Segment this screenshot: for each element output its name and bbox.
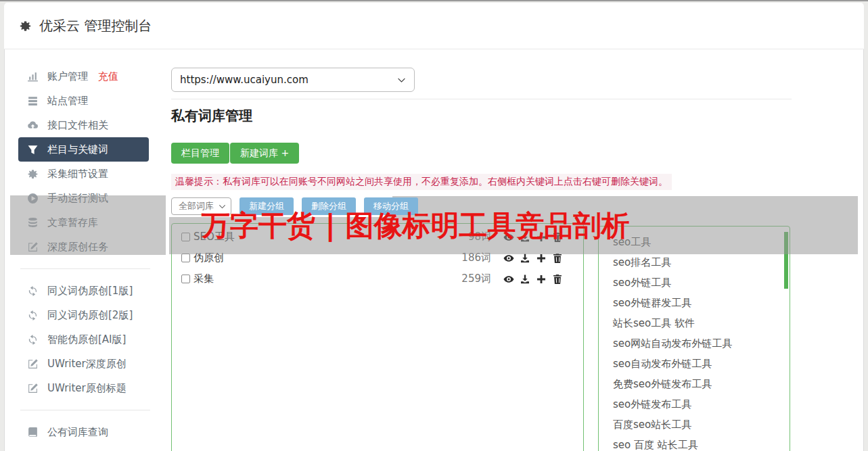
sidebar-item-label: 账户管理 [47,70,88,83]
keyword-item[interactable]: 免费seo外链发布工具 [613,374,790,394]
keyword-list: seo工具 seo排名工具 seo外链工具 seo外链群发工具 站长seo工具 … [613,232,790,451]
sidebar: 账户管理 充值 站点管理 接口文件相关 栏目与关键词 采集细节设置 手动运行测试… [4,64,164,451]
keyword-item[interactable]: seo外链群发工具 [613,293,790,313]
sidebar-item-synonym-v1[interactable]: 同义词伪原创[1版] [4,279,164,303]
sync-icon [27,334,39,346]
app-header: 优采云 管理控制台 [4,3,864,49]
server-icon [27,95,39,107]
keyword-item[interactable]: seo外链发布工具 [613,394,790,414]
keyword-item[interactable]: seo 百度 站长工具 [613,435,790,451]
sidebar-item-label: 公有词库查询 [47,426,108,439]
new-lexicon-button[interactable]: 新建词库 + [230,143,299,164]
site-select-value: https://www.ucaiyun.com [180,74,309,86]
chart-bar-icon [27,71,39,82]
sidebar-item-label: UWriter原创标题 [47,382,127,395]
column-manage-button[interactable]: 栏目管理 [171,143,229,164]
sidebar-item-uwriter-deep[interactable]: UWriter深度原创 [4,352,164,376]
lexicon-name: 采集 [193,272,214,285]
sidebar-divider [20,268,150,269]
watermark-overlay [10,195,166,255]
sidebar-item-public-lexicon[interactable]: 公有词库查询 [4,420,164,444]
sidebar-item-label: 同义词伪原创[1版] [47,285,133,298]
row-checkbox[interactable] [181,275,190,283]
sidebar-item-collect-settings[interactable]: 采集细节设置 [4,162,164,186]
sidebar-item-label: 站点管理 [47,95,88,108]
window-top-edge [0,0,868,1]
book-icon [27,427,39,438]
page-title: 私有词库管理 [171,107,252,125]
add-icon[interactable] [536,274,547,285]
sidebar-item-account[interactable]: 账户管理 充值 [4,64,164,89]
sync-icon [27,310,39,321]
notice-text: 温馨提示：私有词库可以在同账号不同网站之间共享使用，不必重复添加。右侧框内关键词… [171,174,672,190]
keyword-item[interactable]: 百度seo站长工具 [613,414,790,435]
watermark-text: 万字干货 | 图像标明工具竞品剖析 [202,210,662,241]
trash-icon[interactable] [552,274,563,285]
keyword-item[interactable]: seo排名工具 [613,252,790,272]
site-select[interactable]: https://www.ucaiyun.com [171,68,415,92]
sidebar-item-content-detect[interactable]: 正文识别演示 [4,444,164,451]
download-icon[interactable] [520,274,530,285]
sidebar-divider [20,410,150,410]
chevron-down-icon [397,76,406,85]
edit-icon [27,383,39,394]
sidebar-item-label: 接口文件相关 [47,119,108,132]
sidebar-item-label: 采集细节设置 [47,168,108,181]
sidebar-item-label: 同义词伪原创[2版] [47,309,133,322]
view-icon[interactable] [503,274,514,285]
keyword-item[interactable]: seo自动发布外链工具 [613,354,790,374]
sidebar-item-ai-rewrite[interactable]: 智能伪原创[AI版] [4,327,164,352]
divider [171,99,792,99]
sidebar-item-uwriter-title[interactable]: UWriter原创标题 [4,376,164,400]
recharge-link[interactable]: 充值 [98,70,118,83]
lexicon-count: 259词 [461,272,491,285]
keyword-panel: seo工具 seo排名工具 seo外链工具 seo外链群发工具 站长seo工具 … [598,226,790,451]
keyword-item[interactable]: seo网站自动发布外链工具 [613,333,790,354]
row-checkbox[interactable] [181,254,190,262]
lexicon-panel: SEO工具 98词 伪原创 186词 采集 259词 [171,223,584,451]
sidebar-item-label: 栏目与关键词 [47,143,108,156]
keyword-item[interactable]: 站长seo工具 软件 [613,313,790,333]
sidebar-item-api-files[interactable]: 接口文件相关 [4,113,164,137]
sidebar-item-sites[interactable]: 站点管理 [4,89,164,113]
sidebar-item-columns-keywords[interactable]: 栏目与关键词 [18,137,149,162]
keyword-item[interactable]: seo外链工具 [613,272,790,293]
edit-icon [27,358,39,370]
gears-icon [27,168,39,180]
gear-icon [19,20,32,32]
app-title: 优采云 管理控制台 [39,17,152,35]
cloud-upload-icon [27,120,39,131]
sidebar-item-synonym-v2[interactable]: 同义词伪原创[2版] [4,303,164,327]
sync-icon [27,285,39,297]
sidebar-item-label: 智能伪原创[AI版] [47,333,126,346]
lexicon-row: 采集 259词 [172,268,583,289]
filter-icon [27,144,39,156]
sidebar-item-label: UWriter深度原创 [47,358,127,371]
